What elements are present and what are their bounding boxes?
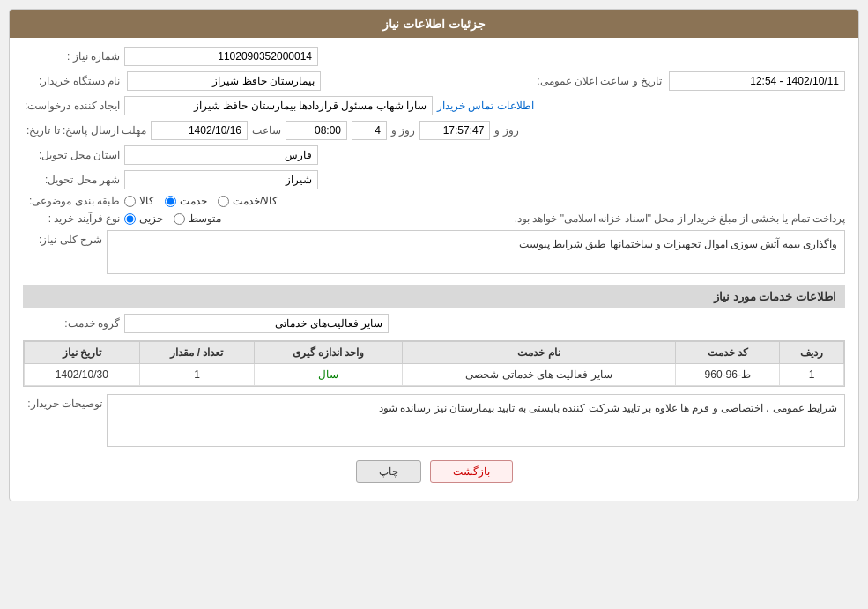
- col-header-date: تاریخ نیاز: [25, 342, 140, 364]
- cell-unit: سال: [255, 364, 402, 386]
- deadline-time-input: [286, 121, 347, 140]
- general-desc-box: واگذاری بیمه آتش سوزی اموال تجهیزات و سا…: [107, 230, 845, 274]
- deadline-date-input: [151, 121, 248, 140]
- cell-date: 1402/10/30: [25, 364, 140, 386]
- category-label: طبقه بندی موضوعی:: [23, 195, 120, 207]
- service-group-input: [124, 314, 389, 333]
- process-note: پرداخت تمام یا بخشی از مبلغ خریدار از مح…: [234, 212, 845, 225]
- need-number-input: [124, 47, 318, 66]
- creator-label: ایجاد کننده درخواست:: [23, 100, 120, 112]
- remaining-time-input: [419, 121, 490, 140]
- cell-code: ط-96-960: [676, 364, 780, 386]
- cell-qty: 1: [139, 364, 255, 386]
- deadline-label: مهلت ارسال پاسخ: تا تاریخ:: [23, 124, 146, 137]
- contact-link[interactable]: اطلاعات تماس خریدار: [437, 100, 534, 112]
- remaining-label2: روز و: [494, 124, 518, 137]
- cell-row: 1: [780, 364, 844, 386]
- cell-name: سایر فعالیت های خدماتی شخصی: [402, 364, 676, 386]
- col-header-qty: تعداد / مقدار: [139, 342, 255, 364]
- print-button[interactable]: چاپ: [356, 460, 421, 483]
- category-khedmat[interactable]: خدمت: [165, 195, 207, 207]
- announce-datetime-label: تاریخ و ساعت اعلان عمومی:: [537, 75, 662, 87]
- col-header-code: کد خدمت: [676, 342, 780, 364]
- buyer-org-label: نام دستگاه خریدار:: [23, 75, 120, 87]
- deadline-time-label: ساعت: [252, 124, 281, 137]
- category-kala-khedmat[interactable]: کالا/خدمت: [218, 195, 278, 207]
- province-label: استان محل تحویل:: [23, 149, 120, 161]
- remaining-days-input: [352, 121, 387, 140]
- col-header-row: ردیف: [780, 342, 844, 364]
- category-kala[interactable]: کالا: [124, 195, 154, 207]
- service-group-label: گروه خدمت:: [23, 317, 120, 330]
- services-table: ردیف کد خدمت نام خدمت واحد اندازه گیری ت…: [23, 340, 845, 387]
- buyer-org-input: [127, 71, 321, 91]
- general-desc-label: شرح کلی نیاز:: [23, 230, 102, 246]
- col-header-name: نام خدمت: [402, 342, 676, 364]
- process-label: نوع فرآیند خرید :: [23, 212, 120, 225]
- province-input: [124, 145, 318, 165]
- need-number-label: شماره نیاز :: [23, 50, 120, 63]
- remaining-time-label: روز و: [391, 124, 415, 137]
- buyer-desc-label: توصیحات خریدار:: [23, 394, 102, 410]
- creator-input: [124, 96, 433, 115]
- back-button[interactable]: بازگشت: [430, 460, 513, 483]
- process-motavasset[interactable]: متوسط: [174, 212, 221, 225]
- process-jozi[interactable]: جزیی: [124, 212, 163, 225]
- city-input: [124, 170, 318, 189]
- announce-datetime-input: [669, 71, 845, 91]
- page-title: جزئیات اطلاعات نیاز: [10, 10, 858, 38]
- buyer-desc-box: شرایط عمومی ، اختصاصی و فرم ها علاوه بر …: [107, 394, 845, 447]
- col-header-unit: واحد اندازه گیری: [255, 342, 402, 364]
- city-label: شهر محل تحویل:: [23, 174, 120, 186]
- table-row: 1 ط-96-960 سایر فعالیت های خدماتی شخصی س…: [25, 364, 844, 386]
- services-header: اطلاعات خدمات مورد نیاز: [23, 285, 845, 308]
